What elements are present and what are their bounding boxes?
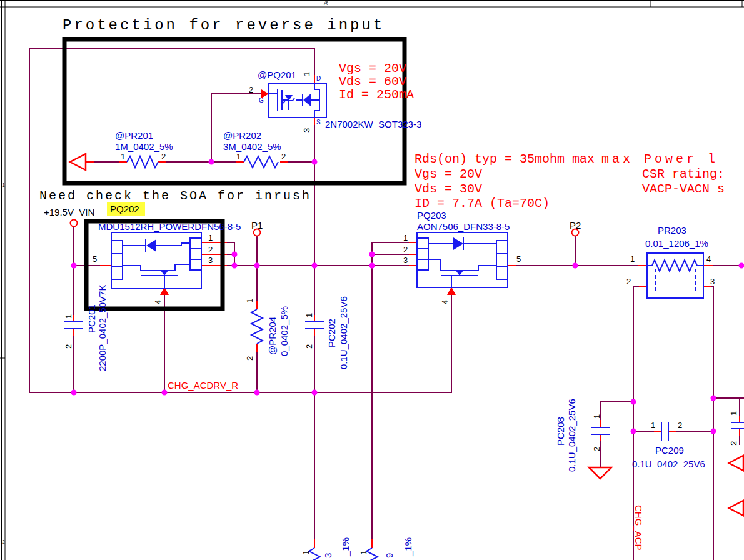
pr204-value: 0_0402_5% [279,306,289,356]
pr203-pin2: 2 [626,277,631,286]
spec-csr-rating: CSR rating: [642,167,725,181]
offpage-arrow-right-2[interactable] [729,501,743,516]
pr203-pin4: 4 [706,254,711,264]
pq203-pin3: 3 [403,256,408,265]
partial-res-right-value: _1% [403,538,413,557]
partial-res-left-ref: 3 [323,553,333,558]
partial-res-left-pin1: 1 [301,551,311,555]
partial-res-right-ref: 9 [384,553,395,558]
pr203-pin1: 1 [630,254,635,264]
pc208-pin1: 1 [592,414,601,419]
pc208-pin2: 2 [592,447,601,451]
component-pr202[interactable] [244,156,278,168]
pq203-pin5: 5 [516,254,521,264]
pc209-ref: PC209 [655,445,684,456]
pc202-ref: PC202 [326,319,337,348]
spec-pq201-vgs: Vgs = 20V [339,61,406,76]
pr204-ref: @PR204 [267,317,278,355]
pc209-pin1: 1 [651,421,655,430]
pr202-pin2: 2 [281,152,286,161]
pq202-pin2: 2 [208,245,213,254]
partial-cap-right-pin2: 2 [729,441,738,446]
pc202-value: 0.1U_0402_25V6 [338,296,349,369]
pr203-value: 0.01_1206_1% [645,238,708,249]
pc202-pin1: 1 [304,313,314,318]
offpage-arrow-left[interactable] [70,154,86,170]
pq202-part: MDU1512RH_POWERDFN56-8-5 [98,221,241,232]
testpoint-p2-label: P2 [570,220,581,231]
pq202-pin1: 1 [208,233,213,242]
partial-res-right-pin1: 1 [359,551,368,555]
component-pr204[interactable] [251,309,263,344]
pq203-part: AON7506_DFN33-8-5 [417,221,510,232]
pq201-gate-label: G [259,97,264,104]
pc202-pin2: 2 [304,344,314,349]
pc201-ref: PC201 [86,304,97,333]
pc201-pin2: 2 [64,344,73,349]
ground-symbol-pc208[interactable] [589,468,611,479]
component-pr203[interactable] [647,253,703,298]
component-pc202[interactable] [305,322,324,329]
partial-res-left-value: _1% [340,538,351,557]
pr202-ref: @PR202 [223,130,261,141]
pq201-part: 2N7002KW_SOT323-3 [325,119,421,129]
net-label-vin: +19.5V_VIN [44,207,94,218]
pq201-pin2: 2 [249,85,253,94]
pc209-pin2: 2 [678,421,682,430]
component-pr201[interactable] [127,156,158,168]
note-title: Protection for reverse input [63,17,385,34]
component-pc209[interactable] [661,422,668,441]
component-pq201[interactable] [269,83,326,118]
pq202-ref: PQ202 [110,204,139,214]
pq201-pin3: 3 [302,128,311,132]
testpoint-p1-label: P1 [251,220,263,231]
pr201-ref: @PR201 [115,130,153,141]
schematic-canvas: A 1 2 [0,0,744,560]
spec-pq203-id: ID = 7.7A (Ta=70C) [415,196,550,211]
pr201-pin1: 1 [121,152,125,161]
pr202-value: 3M_0402_5% [223,141,281,152]
pr203-ref: PR203 [658,225,686,236]
pq203-pin4: 4 [440,300,450,304]
spec-pq203-rds: Rds(on) typ = 35mohm max [415,152,595,166]
component-pc201[interactable] [64,322,83,329]
component-pc208[interactable] [591,428,610,434]
note-soa: Need check the SOA for inrush [39,189,311,203]
pr201-pin2: 2 [161,152,166,161]
spec-pq203-vgs: Vgs = 20V [415,167,482,181]
pq201-drain-label: D [316,75,321,82]
pq203-ref: PQ203 [417,210,446,221]
net-label-chg-acdrv-r: CHG_ACDRV_R [168,380,238,391]
pq203-pin1: 1 [403,233,408,242]
spec-pq201-vds: Vds = 60V [339,74,406,89]
pq202-pin4: 4 [153,300,163,304]
net-label-chg-acp: CHG_ACP [633,505,644,551]
component-pq202[interactable] [111,232,201,289]
pq201-pin1: 1 [302,72,311,76]
pq201-ref: @PQ201 [258,69,296,80]
zone-row-2: 2 [2,539,5,545]
pc201-pin1: 1 [64,314,73,319]
partial-cap-right-pin1: 1 [729,411,738,416]
pr201-value: 1M_0402_5% [115,141,173,152]
pc201-value: 2200P_0402_50V7K [97,285,108,371]
spec-pq203-vds: Vds = 30V [415,182,482,196]
spec-pq201-id: Id = 250mA [339,88,414,102]
pq202-pin5: 5 [93,254,97,264]
pq202-pin3: 3 [208,256,213,265]
component-partial-cap-right[interactable] [731,422,744,429]
pr202-pin1: 1 [236,152,241,161]
pr203-pin3: 3 [710,277,715,286]
pr204-pin2: 2 [245,356,254,361]
pr204-pin1: 1 [245,299,254,303]
spec-pq203-power: max Power l [601,152,718,166]
pq201-source-label: S [316,119,321,126]
pc208-value: 0.1U_0402_25V6 [566,399,577,472]
pc209-value: 0.1U_0402_25V6 [632,459,705,469]
component-pq203[interactable] [417,232,508,288]
pq203-pin2: 2 [403,245,408,254]
offpage-arrow-right-1[interactable] [729,456,743,471]
net-circle-vin[interactable] [71,220,78,227]
pc208-ref: PC208 [555,417,566,446]
zone-row-1: 1 [2,182,5,188]
